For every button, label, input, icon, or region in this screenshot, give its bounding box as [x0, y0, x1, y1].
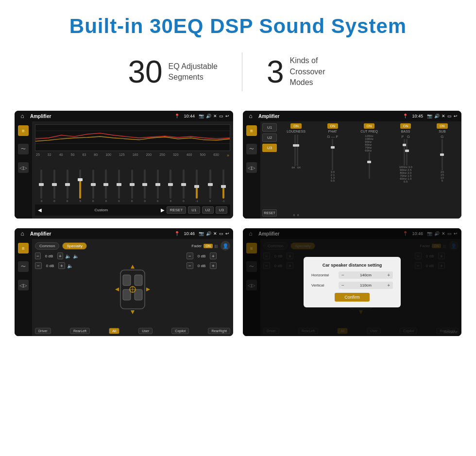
eq-slider-8[interactable]: 0: [144, 169, 146, 203]
fader-sidebar-icon-wave[interactable]: 〜: [18, 261, 29, 272]
crossover-sidebar-icon-wave[interactable]: 〜: [246, 144, 257, 154]
close-icon: ✕: [213, 114, 217, 118]
window-icon-3: ▭: [219, 231, 223, 236]
back-icon-3: ↩: [225, 231, 229, 236]
fader-sidebar-icon-vol[interactable]: ◁▷: [18, 280, 29, 290]
user-button[interactable]: User: [138, 328, 153, 334]
confirm-button[interactable]: Confirm: [335, 293, 370, 302]
page-title: Built-in 30EQ DSP Sound System: [10, 15, 466, 38]
rl-minus[interactable]: −: [35, 262, 42, 269]
fader-channel-fl: − 0 dB + 🔈 🔈: [35, 253, 79, 259]
distance-dialog: Car speaker distance setting Horizontal …: [304, 257, 401, 307]
rearleft-button[interactable]: RearLeft: [70, 328, 90, 334]
eq-time: 10:44: [184, 114, 195, 118]
loudness-toggle[interactable]: ON: [290, 123, 302, 129]
eq-reset-button[interactable]: RESET: [167, 206, 187, 214]
eq-slider-14[interactable]: -1: [222, 169, 224, 203]
eq-u1-button[interactable]: U1: [188, 206, 200, 214]
stat-eq: 30 EQ AdjustableSegments: [103, 56, 242, 87]
copilot-button[interactable]: Copilot: [171, 328, 189, 334]
loudness-label: LOUDNESS: [287, 130, 306, 133]
eq-slider-1[interactable]: 0: [53, 169, 55, 203]
eq-slider-4[interactable]: 0: [92, 169, 94, 203]
fader-time: 10:46: [184, 231, 195, 236]
person-icon: 👤: [221, 241, 230, 251]
specialty-mode-button[interactable]: Specialty: [62, 242, 86, 250]
eq-slider-3[interactable]: 5: [79, 169, 81, 203]
phat-toggle[interactable]: ON: [327, 123, 339, 129]
fader-bars-icon: |||: [215, 244, 218, 248]
eq-u3-button[interactable]: U3: [216, 206, 227, 214]
svg-rect-4: [123, 275, 131, 286]
eq-slider-12[interactable]: -1: [196, 169, 198, 203]
bass-toggle[interactable]: ON: [400, 123, 411, 129]
eq-band-labels: 253240506380100125160200250320400500630 …: [35, 153, 230, 158]
rr-plus[interactable]: +: [210, 262, 217, 269]
rl-plus[interactable]: +: [58, 262, 65, 269]
crossover-sidebar-icon-tune[interactable]: ≡: [246, 125, 257, 136]
eq-sidebar-icon-vol[interactable]: ◁▷: [18, 162, 29, 173]
horizontal-plus[interactable]: +: [387, 272, 390, 278]
horizontal-control[interactable]: − 140cm +: [339, 271, 393, 279]
crossover-status-icons: 📍 10:45 📷 🔊 ✕ ▭ ↩: [403, 114, 458, 118]
all-button[interactable]: All: [109, 328, 119, 334]
rl-db: 0 dB: [44, 264, 56, 268]
common-mode-button[interactable]: Common: [35, 242, 59, 250]
eq-slider-9[interactable]: 0: [157, 169, 159, 203]
eq-slider-13[interactable]: 0: [209, 169, 211, 203]
stats-row: 30 EQ AdjustableSegments 3 Kinds ofCross…: [0, 48, 476, 106]
preset-u3[interactable]: U3: [262, 144, 277, 152]
sub-toggle[interactable]: ON: [437, 123, 448, 129]
driver-button[interactable]: Driver: [35, 328, 51, 334]
eq-slider-6[interactable]: 0: [118, 169, 120, 203]
fader-screen: ⌂ Amplifier 📍 10:46 📷 🔊 ✕ ▭ ↩ ≡ 〜 ◁▷ Com…: [15, 228, 233, 336]
vertical-value: 110cm: [346, 283, 385, 287]
fl-minus[interactable]: −: [35, 253, 41, 259]
eq-title: Amplifier: [30, 114, 174, 119]
eq-u2-button[interactable]: U2: [202, 206, 214, 214]
fader-sidebar-icon-tune[interactable]: ≡: [18, 243, 29, 253]
eq-slider-0[interactable]: 0: [40, 169, 42, 203]
eq-next-button[interactable]: ▶: [161, 207, 165, 213]
phat-label: PHAT: [328, 130, 337, 133]
fader-sidebar: ≡ 〜 ◁▷: [15, 239, 32, 336]
eq-sidebar-icon-wave[interactable]: 〜: [18, 144, 29, 154]
volume-icon-3: 🔊: [206, 231, 211, 236]
dialog-confirm-area: Confirm: [311, 293, 393, 302]
eq-slider-7[interactable]: 0: [131, 169, 133, 203]
eq-sidebar: ≡ 〜 ◁▷: [15, 121, 32, 219]
location-icon-3: 📍: [174, 231, 180, 236]
eq-sidebar-icon-tune[interactable]: ≡: [18, 125, 29, 136]
eq-prev-button[interactable]: ◀: [38, 207, 42, 213]
channel-bass: ON BASS F G 100Hz 3.090Hz 2.580Hz 2.070H…: [389, 123, 423, 217]
vertical-label: Vertical: [311, 283, 336, 287]
vertical-minus[interactable]: −: [341, 283, 344, 288]
rearright-button[interactable]: RearRight: [208, 328, 230, 334]
horizontal-label: Horizontal: [311, 273, 336, 277]
svg-rect-7: [135, 289, 142, 300]
bass-label: BASS: [401, 130, 410, 133]
crossover-reset-button[interactable]: RESET: [262, 209, 277, 217]
preset-u2[interactable]: U2: [262, 134, 277, 142]
eq-bottom-bar: ◀ Custom ▶ RESET U1 U2 U3: [35, 204, 230, 216]
fr-minus[interactable]: −: [187, 253, 193, 259]
fl-plus[interactable]: +: [57, 253, 63, 259]
fader-toggle[interactable]: ON: [204, 244, 213, 248]
camera-icon-3: 📷: [199, 231, 204, 236]
eq-slider-2[interactable]: 0: [67, 169, 68, 203]
crossover-screen: ⌂ Amplifier 📍 10:45 📷 🔊 ✕ ▭ ↩ ≡ 〜 ◁▷ U1: [243, 111, 461, 219]
vertical-control[interactable]: − 110cm +: [339, 282, 393, 289]
eq-slider-11[interactable]: 0: [183, 169, 185, 203]
crossover-sidebar-icon-vol[interactable]: ◁▷: [246, 162, 257, 173]
fl-db: 0 dB: [43, 254, 55, 258]
eq-slider-10[interactable]: 0: [170, 169, 171, 203]
rr-minus[interactable]: −: [187, 262, 193, 269]
preset-u1[interactable]: U1: [262, 123, 277, 132]
horizontal-minus[interactable]: −: [341, 272, 344, 278]
fr-plus[interactable]: +: [210, 253, 217, 259]
distance-dialog-overlay: Car speaker distance setting Horizontal …: [243, 228, 461, 336]
cutfreq-toggle[interactable]: ON: [364, 123, 375, 129]
vertical-plus[interactable]: +: [387, 283, 390, 288]
camera-icon: 📷: [199, 114, 204, 118]
eq-slider-5[interactable]: 0: [105, 169, 107, 203]
